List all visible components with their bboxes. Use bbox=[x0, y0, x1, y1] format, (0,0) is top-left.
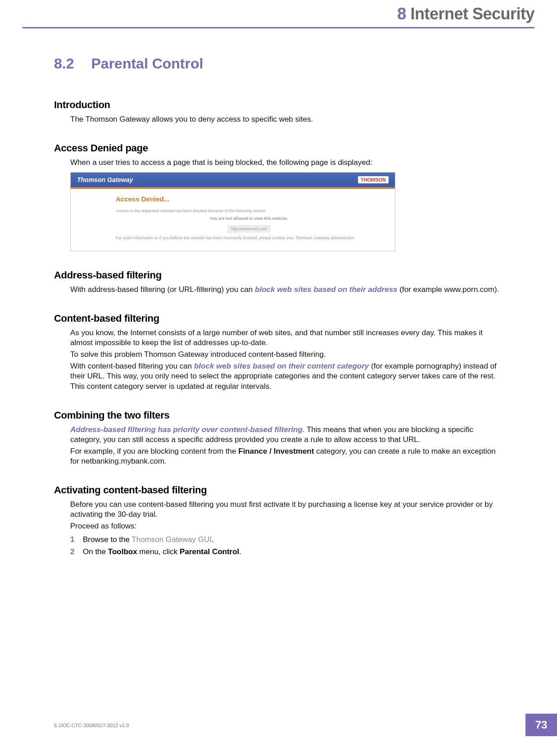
combine-emph: Address-based filtering has priority ove… bbox=[70, 425, 303, 434]
page-content: 8.2Parental Control Introduction The Tho… bbox=[0, 28, 557, 558]
activate-step-1: 1 Browse to the Thomson Gateway GUI. bbox=[70, 534, 503, 546]
shot-line2: You are not allowed to view this website… bbox=[116, 216, 382, 222]
address-p1a: With address-based filtering (or URL-fil… bbox=[70, 285, 255, 294]
address-emph: block web sites based on their address bbox=[255, 285, 398, 294]
address-heading: Address-based filtering bbox=[54, 269, 503, 281]
content-p3: With content-based filtering you can blo… bbox=[70, 361, 503, 391]
content-p1: As you know, the Internet consists of a … bbox=[70, 328, 503, 348]
step1-link: Thomson Gateway GUI bbox=[131, 535, 212, 544]
step-number: 1 bbox=[70, 534, 74, 546]
chapter-number: 8 bbox=[397, 5, 406, 23]
content-emph: block web sites based on their content c… bbox=[194, 362, 369, 370]
section-title-text: Parental Control bbox=[91, 55, 203, 72]
step2-d: Parental Control bbox=[180, 547, 239, 556]
shot-url-wrap: http://www.evil.com/ bbox=[116, 224, 382, 232]
content-heading: Content-based filtering bbox=[54, 313, 503, 324]
activate-p2: Proceed as follows: bbox=[70, 521, 503, 531]
access-denied-screenshot: Thomson Gateway THOMSON Access Denied...… bbox=[70, 172, 395, 251]
chapter-title: 8 Internet Security bbox=[397, 5, 534, 23]
combine-bold: Finance / Investment bbox=[238, 447, 314, 455]
combine-p1: Address-based filtering has priority ove… bbox=[70, 425, 503, 445]
combine-p2a: For example, if you are blocking content… bbox=[70, 447, 238, 455]
shot-line1: Access to the requested website has been… bbox=[116, 208, 382, 214]
step-number: 2 bbox=[70, 546, 74, 558]
footer-docid: E-DOC-CTC-20080527-0012 v1.0 bbox=[54, 723, 129, 728]
activate-p1: Before you can use content-based filteri… bbox=[70, 500, 503, 519]
section-number: 8.2 bbox=[54, 55, 74, 72]
step2-e: . bbox=[239, 547, 241, 556]
shot-bar-title: Thomson Gateway bbox=[77, 176, 133, 183]
activate-steps: 1 Browse to the Thomson Gateway GUI. 2 O… bbox=[70, 534, 503, 558]
shot-body: Access Denied... Access to the requested… bbox=[71, 189, 395, 251]
shot-titlebar: Thomson Gateway THOMSON bbox=[71, 173, 395, 189]
footer-page-number: 73 bbox=[525, 714, 557, 736]
page-header: 8 Internet Security bbox=[23, 0, 534, 28]
intro-text: The Thomson Gateway allows you to deny a… bbox=[70, 114, 503, 124]
activate-heading: Activating content-based filtering bbox=[54, 484, 503, 496]
step1-c: . bbox=[212, 535, 214, 544]
shot-line3: For more information or if you believe t… bbox=[116, 235, 382, 241]
denied-text: When a user tries to access a page that … bbox=[70, 158, 503, 168]
intro-heading: Introduction bbox=[54, 99, 503, 111]
step2-a: On the bbox=[83, 547, 108, 556]
address-text: With address-based filtering (or URL-fil… bbox=[70, 285, 503, 295]
shot-heading: Access Denied... bbox=[116, 195, 382, 203]
combine-heading: Combining the two filters bbox=[54, 410, 503, 421]
step1-a: Browse to the bbox=[83, 535, 131, 544]
combine-p2: For example, if you are blocking content… bbox=[70, 446, 503, 466]
step2-c: menu, click bbox=[137, 547, 180, 556]
content-p2: To solve this problem Thomson Gateway in… bbox=[70, 350, 503, 360]
section-title: 8.2Parental Control bbox=[54, 55, 503, 72]
denied-heading: Access Denied page bbox=[54, 142, 503, 154]
activate-step-2: 2 On the Toolbox menu, click Parental Co… bbox=[70, 546, 503, 558]
content-p3a: With content-based filtering you can bbox=[70, 362, 194, 370]
address-p1c: (for example www.porn.com). bbox=[398, 285, 499, 294]
page: 8 Internet Security 8.2Parental Control … bbox=[0, 0, 557, 756]
chapter-title-text: Internet Security bbox=[410, 5, 534, 23]
shot-url: http://www.evil.com/ bbox=[228, 225, 270, 232]
page-footer: E-DOC-CTC-20080527-0012 v1.0 73 bbox=[0, 718, 557, 736]
shot-bar-logo: THOMSON bbox=[358, 176, 389, 183]
step2-b: Toolbox bbox=[108, 547, 137, 556]
